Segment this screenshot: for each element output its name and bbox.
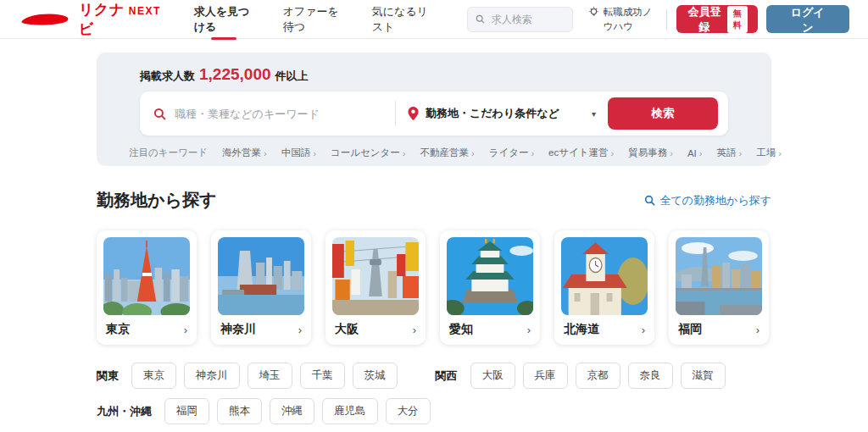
region-group-kanto: 関東 東京 神奈川 埼玉 千葉 茨城 <box>97 363 398 389</box>
prefecture-chip[interactable]: 兵庫 <box>523 363 568 389</box>
chevron-right-icon: › <box>471 148 475 158</box>
rikunabi-logo[interactable]: リクナビ NEXT <box>20 0 161 39</box>
header-search-field[interactable] <box>467 7 573 32</box>
keyword-field[interactable] <box>140 107 395 121</box>
main-nav: 求人を見つける オファーを待つ 気になるリスト <box>180 0 447 39</box>
prefecture-chip[interactable]: 滋賀 <box>681 363 726 389</box>
keyword-link[interactable]: コールセンター› <box>331 147 406 159</box>
chevron-right-icon: › <box>642 324 645 336</box>
location-card-osaka[interactable]: 大阪 › <box>326 230 426 345</box>
prefecture-chip[interactable]: 神奈川 <box>184 363 240 389</box>
chevron-right-icon: › <box>184 324 187 336</box>
keyword-link[interactable]: 英語› <box>716 147 742 159</box>
chevron-right-icon: › <box>298 324 302 336</box>
all-locations-link[interactable]: 全ての勤務地から探す <box>644 193 771 208</box>
prefecture-chip[interactable]: 熊本 <box>217 398 262 424</box>
login-button[interactable]: ログイン <box>766 5 849 33</box>
header-divider <box>666 9 667 30</box>
search-icon <box>153 108 166 120</box>
lightbulb-icon <box>588 6 599 19</box>
prefecture-chip[interactable]: 福岡 <box>164 398 209 424</box>
region-label: 九州・沖縄 <box>97 404 152 419</box>
kanagawa-photo <box>218 237 304 315</box>
job-count-value: 1,225,000 <box>199 65 271 84</box>
nav-watch-list[interactable]: 気になるリスト <box>358 0 447 39</box>
card-label: 福岡 <box>678 322 702 337</box>
keyword-link[interactable]: 海外営業› <box>222 147 267 159</box>
job-count-suffix: 件以上 <box>275 69 309 84</box>
location-card-hokkaido[interactable]: 北海道 › <box>554 230 654 345</box>
register-button[interactable]: 会員登録 無料 <box>676 5 757 33</box>
search-icon <box>476 14 485 25</box>
chevron-right-icon: › <box>738 148 742 158</box>
header: リクナビ NEXT 求人を見つける オファーを待つ 気になるリスト <box>0 0 868 39</box>
prefecture-chip[interactable]: 大阪 <box>470 363 515 389</box>
active-tab-indicator <box>211 37 236 40</box>
prefecture-chip[interactable]: 鹿児島 <box>322 398 378 424</box>
chevron-right-icon: › <box>756 324 760 336</box>
card-label: 愛知 <box>449 322 473 337</box>
location-card-aichi[interactable]: 愛知 › <box>440 230 540 345</box>
location-select-label: 勤務地・こだわり条件など <box>426 106 559 121</box>
search-icon <box>644 195 655 206</box>
prefecture-chip[interactable]: 埼玉 <box>248 363 292 389</box>
featured-keywords: 注目のキーワード 海外営業› 中国語› コールセンター› 不動産営業› ライター… <box>97 147 771 159</box>
keyword-link[interactable]: 不動産営業› <box>420 147 474 159</box>
prefecture-chip[interactable]: 千葉 <box>300 363 345 389</box>
keyword-link[interactable]: 中国語› <box>281 147 316 159</box>
chevron-right-icon: › <box>699 148 703 158</box>
region-chip-rows: 関東 東京 神奈川 埼玉 千葉 茨城 関西 大阪 兵庫 京都 奈良 滋賀 九州・… <box>97 363 771 424</box>
location-select[interactable]: 勤務地・こだわり条件など ▾ <box>396 106 608 121</box>
knowhow-label: 転職成功ノウハウ <box>604 5 656 32</box>
card-label: 神奈川 <box>220 322 256 337</box>
keyword-input[interactable] <box>173 107 381 121</box>
prefecture-chip[interactable]: 茨城 <box>353 363 398 389</box>
prefecture-chip[interactable]: 京都 <box>576 363 620 389</box>
location-cards: 東京 › 神 <box>97 230 771 345</box>
fukuoka-photo <box>676 237 762 315</box>
keyword-link[interactable]: ライター› <box>489 147 534 159</box>
card-label: 北海道 <box>564 322 599 337</box>
nav-find-jobs[interactable]: 求人を見つける <box>180 0 269 39</box>
page-title: 勤務地から探す <box>97 189 216 212</box>
location-card-fukuoka[interactable]: 福岡 › <box>669 230 769 345</box>
prefecture-chip[interactable]: 大分 <box>386 398 431 424</box>
chevron-right-icon: › <box>670 148 673 158</box>
header-search-input[interactable] <box>490 13 565 26</box>
card-label: 大阪 <box>335 322 359 337</box>
location-card-kanagawa[interactable]: 神奈川 › <box>211 230 311 345</box>
hero-search-bar: 勤務地・こだわり条件など ▾ 検索 <box>140 91 728 136</box>
chevron-right-icon: › <box>527 324 531 336</box>
knowhow-link[interactable]: 転職成功ノウハウ <box>588 5 656 32</box>
nav-wait-offers[interactable]: オファーを待つ <box>269 0 358 39</box>
location-pin-icon <box>408 107 419 120</box>
chevron-right-icon: › <box>403 148 406 158</box>
keyword-link[interactable]: 工場› <box>756 147 782 159</box>
hokkaido-photo <box>561 237 648 315</box>
job-count: 掲載求人数 1,225,000 件以上 <box>97 65 771 84</box>
chevron-right-icon: › <box>264 148 267 158</box>
keyword-link[interactable]: ecサイト運営› <box>548 147 614 159</box>
prefecture-chip[interactable]: 東京 <box>131 363 176 389</box>
region-group-kyushu-okinawa: 九州・沖縄 福岡 熊本 沖縄 鹿児島 大分 <box>97 398 431 424</box>
free-badge: 無料 <box>727 6 748 33</box>
chevron-right-icon: › <box>413 324 416 336</box>
card-label: 東京 <box>106 322 130 337</box>
chevron-down-icon: ▾ <box>592 109 596 119</box>
region-label: 関西 <box>436 368 458 384</box>
chevron-right-icon: › <box>611 148 615 158</box>
prefecture-chip[interactable]: 奈良 <box>628 363 673 389</box>
keyword-link[interactable]: AI› <box>687 148 703 158</box>
keyword-link[interactable]: 貿易事務› <box>628 147 673 159</box>
aichi-photo <box>447 237 533 315</box>
chevron-right-icon: › <box>531 148 534 158</box>
logo-suffix-text: NEXT <box>129 5 161 17</box>
region-label: 関東 <box>97 368 119 384</box>
chevron-right-icon: › <box>313 148 316 158</box>
prefecture-chip[interactable]: 沖縄 <box>270 398 314 424</box>
hero-search-panel: 掲載求人数 1,225,000 件以上 勤務地・こだわり条件など ▾ <box>97 53 771 166</box>
tokyo-photo <box>103 237 190 315</box>
logo-brand-text: リクナビ <box>79 0 126 39</box>
search-button[interactable]: 検索 <box>608 97 718 130</box>
location-card-tokyo[interactable]: 東京 › <box>97 230 197 345</box>
